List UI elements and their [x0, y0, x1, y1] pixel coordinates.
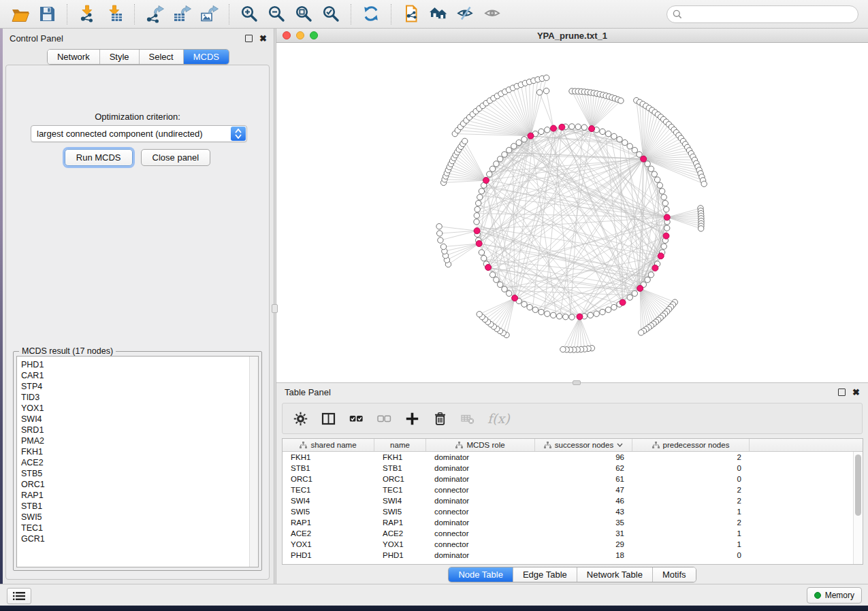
column-header-shared-name[interactable]: shared name [283, 439, 374, 451]
deselect-all-icon [377, 412, 391, 426]
mcds-result-item[interactable]: SRD1 [21, 425, 254, 435]
mcds-result-scrollbar[interactable] [249, 357, 258, 567]
column-header-predecessor-nodes[interactable]: predecessor nodes [632, 439, 750, 451]
close-panel-icon[interactable]: ✖ [259, 35, 267, 42]
cell-predecessor-nodes: 2 [632, 452, 750, 463]
mcds-result-item[interactable]: STP4 [21, 381, 254, 392]
table-tab-edge-table[interactable]: Edge Table [513, 567, 577, 582]
column-header-name[interactable]: name [374, 439, 426, 451]
column-label: predecessor nodes [663, 441, 730, 449]
mcds-result-item[interactable]: STB1 [21, 501, 254, 512]
settings-gear-button[interactable] [292, 410, 308, 427]
vertical-splitter-handle[interactable] [272, 304, 278, 313]
hide-graphics-details-button[interactable] [455, 4, 476, 24]
column-header-MCDS-role[interactable]: MCDS role [426, 439, 535, 451]
run-mcds-button[interactable]: Run MCDS [65, 149, 133, 166]
toggle-panel-button[interactable] [320, 410, 336, 427]
mcds-result-item[interactable]: PHD1 [21, 359, 254, 370]
table-panel-header: Table Panel ✖ [276, 383, 868, 401]
cell-shared-name: SWI4 [283, 495, 374, 506]
table-row[interactable]: YOX1YOX1connector291 [283, 539, 853, 550]
table-row[interactable]: PHD1PHD1dominator180 [283, 550, 853, 561]
table-close-icon[interactable]: ✖ [852, 389, 860, 396]
add-column-button[interactable] [404, 410, 420, 427]
table-tab-network-table[interactable]: Network Table [577, 567, 652, 582]
table-row[interactable]: SWI5SWI5connector431 [283, 506, 853, 517]
save-button[interactable] [37, 4, 57, 24]
cell-predecessor-nodes: 2 [632, 517, 750, 528]
table-scrollbar-thumb[interactable] [855, 455, 861, 516]
mcds-result-item[interactable]: ORC1 [21, 479, 254, 490]
criterion-dropdown[interactable]: largest connected component (undirected) [31, 125, 247, 142]
zoom-out-button[interactable] [266, 4, 287, 24]
mcds-result-item[interactable]: SWI4 [21, 414, 254, 425]
table-row[interactable]: FKH1FKH1dominator962 [283, 452, 853, 463]
table-row[interactable]: STB1STB1dominator620 [283, 463, 853, 474]
select-all-button[interactable] [348, 410, 364, 427]
cell-MCDS-role: dominator [426, 495, 535, 506]
import-table-button[interactable] [104, 4, 125, 24]
table-tab-node-table[interactable]: Node Table [449, 567, 513, 582]
zoom-fit-button[interactable] [293, 4, 314, 24]
workspace-area: YPA_prune.txt_1 Table Panel ✖ f(x) share… [276, 29, 868, 584]
table-row[interactable]: ORC1ORC1dominator610 [283, 474, 853, 484]
column-label: shared name [310, 441, 356, 449]
table-scrollbar[interactable] [853, 452, 863, 564]
table-tab-motifs[interactable]: Motifs [652, 567, 696, 582]
export-network-button[interactable] [144, 4, 165, 24]
column-label: name [390, 441, 410, 449]
mcds-result-item[interactable]: FKH1 [21, 446, 254, 457]
open-button[interactable] [10, 4, 30, 24]
mcds-result-list[interactable]: PHD1CAR1STP4TID3YOX1SWI4SRD1PMA2FKH1ACE2… [16, 356, 259, 567]
search-container [666, 5, 858, 23]
mcds-result-item[interactable]: CAR1 [21, 370, 254, 381]
close-panel-button[interactable]: Close panel [141, 149, 211, 166]
mcds-result-item[interactable]: ACE2 [21, 457, 254, 468]
deselect-all-button[interactable] [376, 410, 392, 427]
export-table-button[interactable] [172, 4, 192, 24]
status-menu-button[interactable] [7, 588, 31, 604]
table-row[interactable]: ACE2ACE2connector311 [283, 528, 853, 539]
zoom-selected-button[interactable] [321, 4, 341, 24]
export-image-button[interactable] [199, 4, 219, 24]
show-graphics-details-button[interactable] [483, 4, 503, 24]
search-input[interactable] [666, 5, 858, 23]
tab-mcds[interactable]: MCDS [183, 50, 229, 64]
refresh-button[interactable] [361, 4, 381, 24]
table-float-icon[interactable] [838, 389, 846, 396]
memory-button[interactable]: Memory [807, 587, 862, 604]
mcds-result-item[interactable]: TEC1 [21, 523, 254, 533]
table-panel-resize-handle[interactable] [573, 380, 581, 385]
mcds-result-item[interactable]: STB5 [21, 468, 254, 479]
table-row[interactable]: SWI4SWI4dominator462 [283, 495, 853, 506]
float-panel-icon[interactable] [245, 35, 253, 42]
import-network-button[interactable] [77, 4, 97, 24]
mcds-result-item[interactable]: PMA2 [21, 435, 254, 446]
table-row[interactable]: TEC1TEC1connector472 [283, 484, 853, 495]
cell-successor-nodes: 96 [535, 452, 632, 463]
cell-MCDS-role: connector [426, 506, 535, 517]
mcds-result-item[interactable]: GCR1 [21, 533, 254, 544]
network-canvas[interactable] [276, 43, 868, 382]
tab-network[interactable]: Network [48, 50, 99, 64]
new-network-from-file-button[interactable] [401, 4, 421, 24]
tab-style[interactable]: Style [99, 50, 139, 64]
zoom-in-button[interactable] [239, 4, 259, 24]
cybrowser-button[interactable] [428, 4, 449, 24]
column-header-successor-nodes[interactable]: successor nodes [535, 439, 632, 451]
cell-shared-name: STB1 [283, 463, 374, 474]
table-row[interactable]: RAP1RAP1dominator352 [283, 517, 853, 528]
mcds-result-item[interactable]: SWI5 [21, 512, 254, 523]
mcds-result-item[interactable]: RAP1 [21, 490, 254, 501]
control-panel: Control Panel ✖ NetworkStyleSelectMCDS O… [3, 29, 274, 584]
tab-select[interactable]: Select [139, 50, 183, 64]
delete-column-button[interactable] [432, 410, 448, 427]
mcds-result-item[interactable]: YOX1 [21, 403, 254, 414]
mcds-result-item[interactable]: TID3 [21, 392, 254, 403]
cell-MCDS-role: dominator [426, 550, 535, 561]
control-panel-tabs: NetworkStyleSelectMCDS [3, 49, 274, 65]
save-icon [38, 5, 57, 23]
cell-MCDS-role: connector [426, 528, 535, 539]
cell-successor-nodes: 18 [535, 550, 632, 561]
cell-name: SWI4 [374, 495, 426, 506]
